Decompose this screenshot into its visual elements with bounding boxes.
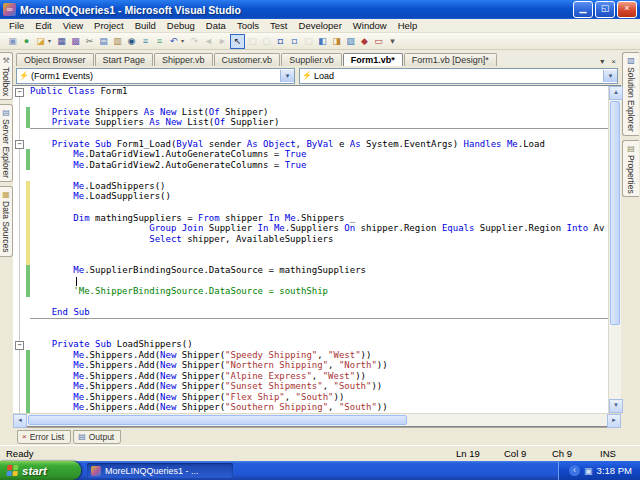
fold-margin[interactable] xyxy=(13,234,26,245)
menu-help[interactable]: Help xyxy=(393,20,423,31)
scroll-left-icon[interactable]: ◄ xyxy=(13,414,27,428)
vertical-scrollbar[interactable]: ▲ ▼ xyxy=(608,86,621,413)
menu-project[interactable]: Project xyxy=(89,20,129,31)
fold-margin[interactable] xyxy=(13,350,26,361)
tab-object-browser[interactable]: Object Browser xyxy=(16,53,94,66)
tab-start-page[interactable]: Start Page xyxy=(95,53,154,66)
fold-margin[interactable] xyxy=(13,255,26,266)
start-button[interactable]: start xyxy=(0,461,81,480)
cut-icon[interactable]: ✂ xyxy=(83,35,96,48)
tab-form1-vb-[interactable]: Form1.vb* xyxy=(343,53,403,66)
chevron-down-icon[interactable]: ▾ xyxy=(603,70,617,82)
close-button[interactable]: × xyxy=(617,1,637,18)
menu-tools[interactable]: Tools xyxy=(232,20,264,31)
fold-margin[interactable] xyxy=(13,402,26,413)
tab-customer-vb[interactable]: Customer.vb xyxy=(214,53,281,66)
undo-dropdown-icon[interactable]: ▾ xyxy=(181,35,187,48)
network-icon[interactable]: ▣ xyxy=(584,466,593,476)
menu-test[interactable]: Test xyxy=(265,20,292,31)
class-combo[interactable]: ⚡ (Form1 Events) ▾ xyxy=(16,68,295,84)
code-editor[interactable]: −Public Class Form1 Private Shippers As … xyxy=(13,85,621,427)
side-tab-server-explorer[interactable]: ▤Server Explorer xyxy=(0,104,13,182)
tab-scroll-icon[interactable]: ▾ xyxy=(597,57,607,66)
tab-supplier-vb[interactable]: Supplier.vb xyxy=(281,53,342,66)
fold-collapse-icon[interactable]: − xyxy=(15,88,24,97)
select-pointer-icon[interactable]: ↖ xyxy=(230,34,245,49)
fold-margin[interactable] xyxy=(13,360,26,371)
hide-icons-chevron-icon[interactable]: ‹ xyxy=(569,465,580,476)
tab-close-icon[interactable]: × xyxy=(608,57,619,66)
fold-margin[interactable] xyxy=(13,276,26,287)
new-project-icon[interactable]: ▣ xyxy=(6,35,19,48)
code-area[interactable]: −Public Class Form1 Private Shippers As … xyxy=(13,86,608,413)
menu-developer[interactable]: Developer xyxy=(294,20,347,31)
fold-margin[interactable] xyxy=(13,381,26,392)
paste-icon[interactable]: ▥ xyxy=(111,35,124,48)
fold-margin[interactable] xyxy=(13,392,26,403)
add-item-icon[interactable]: ● xyxy=(20,35,33,48)
tab-form1-vb-design-[interactable]: Form1.vb [Design]* xyxy=(404,53,497,66)
fold-margin[interactable] xyxy=(13,170,26,181)
tab-shipper-vb[interactable]: Shipper.vb xyxy=(154,53,213,66)
side-tab-toolbox[interactable]: ⚒Toolbox xyxy=(0,52,13,100)
restore-button[interactable]: ◱ xyxy=(595,1,615,18)
taskbar-task-button[interactable]: MoreLINQQueries1 - ... xyxy=(87,463,233,478)
fold-margin[interactable] xyxy=(13,128,26,139)
minimize-button[interactable]: ▁ xyxy=(573,1,593,18)
solution-explorer-icon[interactable]: ◧ xyxy=(316,35,329,48)
comment-selection-icon[interactable]: ≡ xyxy=(139,35,152,48)
fold-margin[interactable] xyxy=(13,223,26,234)
side-tab-solution-explorer[interactable]: ▧Solution Explorer xyxy=(622,52,639,136)
fold-margin[interactable] xyxy=(13,181,26,192)
scroll-down-icon[interactable]: ▼ xyxy=(609,399,623,413)
scroll-right-icon[interactable]: ► xyxy=(607,414,621,428)
fold-margin[interactable] xyxy=(13,118,26,129)
fold-margin[interactable] xyxy=(13,149,26,160)
fold-margin[interactable] xyxy=(13,160,26,171)
object-browser-icon[interactable]: ▨ xyxy=(344,35,357,48)
copy-icon[interactable]: ▤ xyxy=(97,35,110,48)
open-file-dropdown-icon[interactable]: ▾ xyxy=(48,35,54,48)
save-all-icon[interactable]: ▩ xyxy=(69,35,82,48)
chevron-down-icon[interactable]: ▾ xyxy=(280,70,294,82)
horizontal-scroll-thumb[interactable] xyxy=(28,415,407,425)
fold-margin[interactable]: − xyxy=(13,339,26,350)
horizontal-scrollbar[interactable]: ◄ ► xyxy=(13,413,621,426)
fold-margin[interactable]: − xyxy=(13,86,26,97)
step-into-icon[interactable]: ◘ xyxy=(288,35,301,48)
menu-file[interactable]: File xyxy=(4,20,29,31)
open-file-icon[interactable]: ◪ xyxy=(34,35,47,48)
menu-data[interactable]: Data xyxy=(201,20,231,31)
fold-margin[interactable] xyxy=(13,107,26,118)
fold-margin[interactable] xyxy=(13,97,26,108)
fold-margin[interactable] xyxy=(13,329,26,340)
fold-margin[interactable] xyxy=(13,307,26,318)
vertical-scroll-thumb[interactable] xyxy=(610,101,620,325)
undo-icon[interactable]: ↶ xyxy=(167,35,180,48)
menu-build[interactable]: Build xyxy=(130,20,161,31)
properties-window-icon[interactable]: ◨ xyxy=(330,35,343,48)
fold-margin[interactable] xyxy=(13,286,26,297)
fold-margin[interactable] xyxy=(13,191,26,202)
fold-margin[interactable] xyxy=(13,297,26,308)
fold-margin[interactable] xyxy=(13,265,26,276)
find-icon[interactable]: ◉ xyxy=(125,35,138,48)
menu-view[interactable]: View xyxy=(58,20,88,31)
panel-tab-error-list[interactable]: ×Error List xyxy=(17,430,71,444)
panel-tab-output[interactable]: ▤Output xyxy=(73,430,121,444)
menu-window[interactable]: Window xyxy=(348,20,392,31)
fold-margin[interactable] xyxy=(13,213,26,224)
toolbar-options-icon[interactable]: ▾ xyxy=(386,35,399,48)
scroll-up-icon[interactable]: ▲ xyxy=(609,86,623,100)
fold-margin[interactable] xyxy=(13,202,26,213)
menu-edit[interactable]: Edit xyxy=(30,20,56,31)
fold-margin[interactable] xyxy=(13,318,26,329)
side-tab-data-sources[interactable]: ▦Data Sources xyxy=(0,186,13,257)
step-over-icon[interactable]: ◘ xyxy=(274,35,287,48)
fold-collapse-icon[interactable]: − xyxy=(15,140,24,149)
fold-margin[interactable] xyxy=(13,244,26,255)
toolbox-icon[interactable]: ◆ xyxy=(358,35,371,48)
menu-debug[interactable]: Debug xyxy=(162,20,200,31)
method-combo[interactable]: ⚡ Load ▾ xyxy=(299,68,618,84)
fold-margin[interactable] xyxy=(13,371,26,382)
